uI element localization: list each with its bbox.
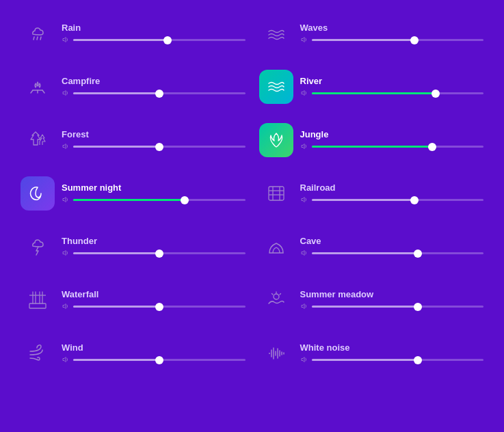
railroad-icon-wrap[interactable] [259, 176, 293, 211]
cave-icon-wrap[interactable] [259, 230, 293, 264]
railroad-info: Railroad [300, 183, 484, 205]
sound-item-rain: Rain [14, 7, 252, 60]
forest-volume-row [62, 142, 246, 152]
thunder-label: Thunder [62, 236, 246, 246]
thunder-icon-wrap[interactable] [21, 230, 55, 264]
wind-label: Wind [62, 342, 246, 353]
wind-volume-row [62, 355, 246, 365]
waves-volume-row [300, 36, 484, 45]
sound-item-cave: Cave [252, 220, 491, 273]
thunder-volume-icon [62, 249, 70, 258]
jungle-info: Jungle [300, 129, 484, 152]
sound-item-railroad: Railroad [252, 167, 491, 220]
campfire-slider-track[interactable] [73, 92, 246, 94]
waterfall-slider-track[interactable] [73, 306, 246, 308]
summer-night-volume-icon [62, 195, 70, 205]
waterfall-info: Waterfall [62, 289, 246, 312]
thunder-volume-row [62, 249, 246, 258]
rain-volume-row [62, 36, 246, 45]
white-noise-volume-icon [300, 355, 308, 365]
campfire-info: Campfire [62, 76, 246, 98]
cave-volume-icon [300, 249, 308, 258]
river-icon-wrap[interactable] [259, 70, 293, 104]
wind-icon-wrap[interactable] [21, 336, 55, 370]
white-noise-icon-wrap[interactable] [259, 336, 293, 370]
jungle-icon-wrap[interactable] [259, 123, 293, 157]
sound-item-summer-meadow: Summer meadow [252, 273, 491, 327]
rain-label: Rain [62, 23, 246, 33]
wind-volume-icon [62, 355, 70, 365]
summer-meadow-volume-icon [300, 302, 308, 312]
river-slider-track[interactable] [312, 92, 484, 94]
campfire-icon-wrap[interactable] [21, 70, 55, 104]
waterfall-label: Waterfall [62, 289, 246, 299]
summer-meadow-slider-track[interactable] [312, 306, 484, 308]
svg-point-14 [274, 294, 279, 299]
white-noise-label: White noise [300, 342, 484, 353]
campfire-volume-icon [62, 89, 70, 98]
campfire-volume-row [62, 89, 246, 98]
summer-meadow-volume-row [300, 302, 484, 312]
jungle-label: Jungle [300, 129, 484, 139]
wind-slider-track[interactable] [73, 359, 246, 361]
rain-slider-track[interactable] [73, 39, 246, 41]
summer-night-icon-wrap[interactable] [21, 176, 55, 211]
sound-item-jungle: Jungle [252, 113, 491, 167]
cave-slider-track[interactable] [312, 252, 484, 254]
waterfall-icon-wrap[interactable] [21, 283, 55, 317]
white-noise-slider-track[interactable] [312, 359, 484, 361]
cave-info: Cave [300, 236, 484, 258]
summer-night-info: Summer night [62, 183, 246, 205]
forest-label: Forest [62, 129, 246, 139]
waves-info: Waves [300, 23, 484, 45]
sound-item-waves: Waves [252, 7, 491, 60]
sound-item-forest: Forest [14, 113, 252, 167]
railroad-volume-icon [300, 195, 308, 205]
cave-volume-row [300, 249, 484, 258]
summer-night-volume-row [62, 195, 246, 205]
forest-icon-wrap[interactable] [21, 123, 55, 157]
railroad-slider-track[interactable] [312, 199, 484, 201]
white-noise-info: White noise [300, 342, 484, 365]
sound-item-summer-night: Summer night [14, 167, 252, 220]
summer-night-slider-track[interactable] [73, 199, 246, 201]
jungle-volume-icon [300, 142, 308, 152]
rain-icon-wrap[interactable] [21, 16, 55, 51]
forest-info: Forest [62, 129, 246, 152]
thunder-slider-track[interactable] [73, 252, 246, 254]
jungle-volume-row [300, 142, 484, 152]
waterfall-volume-row [62, 302, 246, 312]
sounds-grid: Rain Waves Campfire [14, 7, 490, 380]
sound-item-thunder: Thunder [14, 220, 252, 273]
campfire-label: Campfire [62, 76, 246, 86]
river-volume-row [300, 89, 484, 98]
svg-line-2 [40, 37, 41, 40]
thunder-info: Thunder [62, 236, 246, 258]
summer-night-label: Summer night [62, 183, 246, 193]
railroad-label: Railroad [300, 183, 484, 193]
waterfall-volume-icon [62, 302, 70, 312]
waves-label: Waves [300, 23, 484, 33]
sound-item-waterfall: Waterfall [14, 273, 252, 327]
river-volume-icon [300, 89, 308, 98]
waves-icon-wrap[interactable] [259, 16, 293, 51]
wind-info: Wind [62, 342, 246, 365]
white-noise-volume-row [300, 355, 484, 365]
svg-line-16 [280, 294, 281, 295]
svg-line-1 [37, 37, 38, 40]
river-label: River [300, 76, 484, 86]
waves-volume-icon [300, 36, 308, 45]
svg-rect-8 [29, 303, 46, 308]
summer-meadow-icon-wrap[interactable] [259, 283, 293, 317]
sound-item-wind: Wind [14, 327, 252, 380]
river-info: River [300, 76, 484, 98]
waves-slider-track[interactable] [312, 39, 484, 41]
rain-volume-icon [62, 36, 70, 45]
jungle-slider-track[interactable] [312, 146, 484, 148]
summer-meadow-label: Summer meadow [300, 289, 484, 299]
sound-item-river: River [252, 60, 491, 113]
forest-slider-track[interactable] [73, 146, 246, 148]
svg-rect-3 [269, 187, 284, 200]
svg-line-0 [34, 37, 34, 40]
sound-item-white-noise: White noise [252, 327, 491, 380]
